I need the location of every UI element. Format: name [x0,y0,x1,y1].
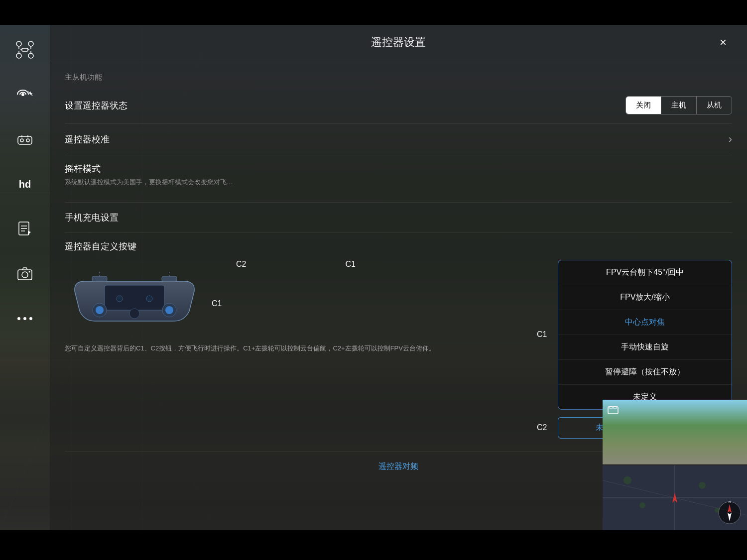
bottom-bar [0,530,747,560]
svg-point-38 [96,306,104,314]
c2-top-label: C2 [236,260,246,269]
row-phone-charge: 手机充电设置 [65,203,732,233]
sidebar-item-drone[interactable] [10,35,40,65]
svg-point-33 [17,317,20,320]
panel-header: 遥控器设置 × [50,25,747,60]
svg-point-45 [129,309,139,319]
toggle-off-button[interactable]: 关闭 [626,97,661,114]
dropdown-item-fpv-zoom[interactable]: FPV放大/缩小 [558,285,732,310]
sidebar-item-camera[interactable] [10,259,40,289]
row-stick-mode: 摇杆模式 系统默认遥控模式为美国手，更换摇杆模式会改变您对飞行操控的方式，若不熟… [65,155,732,203]
toggle-slave-button[interactable]: 从机 [696,97,732,114]
svg-point-40 [165,306,173,314]
dropdown-item-pause-avoid[interactable]: 暂停避障（按住不放） [558,360,732,385]
controller-desc: 您可自定义遥控器背后的C1、C2按钮，方便飞行时进行操作。C1+左拨轮可以控制云… [65,343,527,354]
c1-right-indicator: C1 [212,299,222,308]
sidebar-item-controller[interactable] [10,124,40,154]
svg-point-47 [146,296,152,302]
c1-dropdown-panel: FPV云台朝下45°/回中 FPV放大/缩小 中心点对焦 手动快速自旋 暂停避障… [558,260,732,410]
panel-title: 遥控器设置 [371,35,426,50]
sidebar-item-hd[interactable]: hd [10,169,40,199]
controller-diagram-area: C2 C1 [65,260,527,354]
svg-point-9 [28,53,33,58]
frequency-link[interactable]: 遥控器对频 [378,461,418,472]
svg-rect-43 [162,276,177,281]
rc-calibrate-arrow: › [729,133,732,146]
row-rc-state: 设置遥控器状态 关闭 主机 从机 [65,87,732,124]
svg-point-31 [22,272,28,278]
toggle-master-button[interactable]: 主机 [661,97,696,114]
phone-charge-label: 手机充电设置 [65,212,119,224]
stick-mode-desc: 系统默认遥控模式为美国手，更换摇杆模式会改变您对飞行操控的方式，若不熟悉所选择的… [65,175,239,195]
svg-point-8 [16,53,21,58]
rc-state-toggle-group: 关闭 主机 从机 [625,96,732,114]
mini-map-bg: N [603,465,747,530]
row-rc-calibrate[interactable]: 遥控器校准 › [65,124,732,155]
dropdown-item-fpv-tilt[interactable]: FPV云台朝下45°/回中 [558,260,732,285]
svg-point-7 [28,41,33,46]
svg-point-46 [117,296,123,302]
section-label-master-slave: 主从机功能 [65,65,732,87]
stick-mode-label: 摇杆模式 [65,164,101,174]
svg-point-57 [699,482,706,489]
sidebar: hd [0,25,50,530]
svg-text:N: N [728,500,731,504]
hd-label: hd [19,179,31,190]
top-bar [0,0,747,25]
custom-keys-title: 遥控器自定义按键 [65,240,732,260]
dropdown-item-center-focus[interactable]: 中心点对焦 [558,310,732,335]
rc-calibrate-label: 遥控器校准 [65,133,110,145]
c2-label-right: C2 [537,423,552,432]
svg-point-17 [21,93,24,96]
svg-rect-41 [92,276,107,281]
c1-label-right: C1 [537,330,552,339]
svg-point-23 [26,139,29,142]
mini-view-map[interactable]: N [603,465,747,530]
mini-view-camera[interactable] [603,400,747,464]
svg-point-6 [16,41,21,46]
svg-point-32 [29,271,30,273]
c1-row: C1 FPV云台朝下45°/回中 FPV放大/缩小 中心点对焦 手动快速自旋 暂… [537,260,732,410]
svg-point-35 [29,317,32,320]
sidebar-item-more[interactable] [10,304,40,334]
close-button[interactable]: × [714,33,732,51]
c1-top-label: C1 [346,260,356,269]
svg-point-55 [623,476,631,484]
sidebar-item-settings[interactable] [10,214,40,244]
svg-rect-21 [18,136,32,144]
dropdown-item-manual-spin[interactable]: 手动快速自旋 [558,335,732,360]
mini-camera-bg [603,400,747,464]
compass: N [717,500,742,525]
mini-camera-icon [608,405,619,418]
mini-views-container: N [603,400,747,530]
controller-svg [65,271,204,336]
rc-state-label: 设置遥控器状态 [65,100,127,112]
svg-rect-14 [22,48,28,51]
svg-point-22 [20,139,23,142]
sidebar-item-signal[interactable] [10,80,40,110]
svg-rect-36 [105,285,164,310]
svg-point-56 [639,502,645,508]
svg-point-34 [23,317,26,320]
